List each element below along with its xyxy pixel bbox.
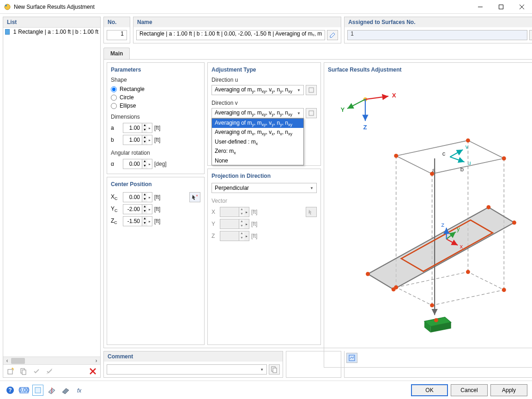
svg-rect-3 bbox=[499, 5, 503, 9]
name-input[interactable]: Rectangle | a : 1.00 ft | b : 1.00 ft | … bbox=[136, 30, 325, 40]
svg-text:Y: Y bbox=[341, 106, 345, 113]
svg-rect-8 bbox=[22, 370, 26, 375]
shape-circle-radio[interactable]: Circle bbox=[111, 93, 200, 102]
adjustment-type-panel: Adjustment Type Direction u Averaging of… bbox=[207, 62, 321, 166]
scroll-left-icon[interactable]: ‹ bbox=[3, 357, 11, 364]
assigned-input[interactable]: 1 bbox=[347, 30, 527, 40]
dropdown-option[interactable]: Zero: mx bbox=[212, 147, 303, 156]
pick-surface-icon[interactable] bbox=[529, 30, 532, 40]
comment-input[interactable]: ▼ bbox=[107, 364, 267, 375]
cancel-button[interactable]: Cancel bbox=[451, 384, 488, 396]
formula-icon[interactable]: fx bbox=[74, 385, 85, 396]
svg-line-20 bbox=[347, 99, 365, 109]
ok-button[interactable]: OK bbox=[411, 384, 448, 396]
app-icon bbox=[4, 3, 11, 11]
direction-v-settings-icon[interactable] bbox=[306, 108, 317, 118]
chevron-down-icon: ▼ bbox=[297, 88, 301, 92]
list-item-number: 1 bbox=[12, 29, 17, 35]
shape-label: Shape bbox=[111, 77, 200, 83]
exclude-icon bbox=[44, 366, 55, 377]
horizontal-scrollbar[interactable]: ‹ › bbox=[3, 357, 100, 364]
comment-label: Comment bbox=[104, 351, 283, 362]
surface-color-swatch-icon bbox=[5, 29, 10, 35]
b-input[interactable]: 1.00▲▼▸ bbox=[123, 135, 152, 145]
projection-value: Perpendicular bbox=[215, 185, 249, 191]
include-icon bbox=[31, 366, 42, 377]
svg-marker-73 bbox=[62, 388, 69, 394]
parameters-header: Parameters bbox=[111, 66, 200, 73]
zc-input[interactable]: -1.50▲▼▸ bbox=[123, 216, 152, 226]
zc-label: ZC bbox=[111, 218, 121, 225]
scroll-right-icon[interactable]: › bbox=[92, 357, 100, 364]
list-toolbar bbox=[3, 364, 100, 377]
vec-x-unit: [ft] bbox=[251, 209, 257, 215]
no-label: No. bbox=[104, 17, 130, 27]
view-region-icon[interactable] bbox=[32, 385, 43, 396]
vec-z-input: ▲▼▸ bbox=[220, 231, 249, 241]
direction-u-settings-icon[interactable] bbox=[306, 85, 317, 95]
center-position-panel: Center Position XC 0.00▲▼▸ [ft] YC -2.00… bbox=[107, 177, 205, 345]
yc-input[interactable]: -2.00▲▼▸ bbox=[123, 204, 152, 214]
radio-input[interactable] bbox=[111, 86, 117, 92]
help-icon[interactable]: ? bbox=[5, 385, 16, 396]
tab-main[interactable]: Main bbox=[103, 48, 130, 59]
a-unit: [ft] bbox=[154, 125, 160, 131]
svg-text:z: z bbox=[441, 221, 445, 228]
projection-combo[interactable]: Perpendicular ▼ bbox=[212, 183, 317, 193]
list-body[interactable]: 1 Rectangle | a : 1.00 ft | b : 1.00 ft bbox=[3, 28, 100, 357]
delete-icon[interactable] bbox=[87, 366, 98, 377]
copy-item-icon[interactable] bbox=[18, 366, 29, 377]
radio-input[interactable] bbox=[111, 103, 117, 109]
close-button[interactable] bbox=[511, 0, 532, 14]
direction-v-label: Direction v bbox=[212, 100, 317, 106]
direction-v-dropdown[interactable]: Averaging of my, mxy, vy, ny, nxy Averag… bbox=[212, 118, 304, 165]
a-input[interactable]: 1.00▲▼▸ bbox=[123, 123, 152, 133]
svg-rect-70 bbox=[35, 387, 41, 393]
edit-name-icon[interactable] bbox=[327, 30, 338, 40]
svg-point-1 bbox=[5, 5, 7, 6]
maximize-button[interactable] bbox=[490, 0, 511, 14]
comment-library-icon[interactable] bbox=[269, 364, 280, 375]
minimize-button[interactable] bbox=[470, 0, 490, 14]
svg-line-26 bbox=[450, 157, 464, 162]
alpha-label: α bbox=[111, 161, 121, 167]
svg-text:b: b bbox=[460, 166, 464, 173]
direction-u-combo[interactable]: Averaging of my, mxy, vy, ny, nxy ▼ bbox=[212, 85, 304, 95]
shape-rectangle-radio[interactable]: Rectangle bbox=[111, 85, 200, 93]
tab-bar: Main bbox=[103, 46, 532, 59]
view-surface-icon[interactable] bbox=[46, 385, 57, 396]
svg-point-61 bbox=[430, 303, 434, 308]
pick-center-icon[interactable] bbox=[189, 192, 200, 202]
units-icon[interactable]: 0.00 bbox=[18, 385, 30, 396]
dropdown-option[interactable]: User-defined : mx bbox=[212, 138, 303, 147]
a-label: a bbox=[111, 125, 121, 131]
direction-u-label: Direction u bbox=[212, 77, 317, 83]
xc-input[interactable]: 0.00▲▼▸ bbox=[123, 192, 152, 202]
svg-text:Z: Z bbox=[363, 124, 367, 131]
vec-z-unit: [ft] bbox=[251, 233, 257, 239]
svg-text:c: c bbox=[442, 150, 446, 157]
dropdown-option[interactable]: Averaging of my, mxy, vy, ny, nxy bbox=[212, 119, 303, 128]
name-label: Name bbox=[133, 17, 341, 27]
new-item-icon[interactable] bbox=[5, 366, 16, 377]
shape-ellipse-radio[interactable]: Ellipse bbox=[111, 102, 200, 110]
direction-v-combo[interactable]: Averaging of my, mxy, vy, ny, nxy ▼ Aver… bbox=[212, 108, 304, 118]
proj-header: Projection in Direction bbox=[212, 173, 317, 179]
scroll-thumb[interactable] bbox=[11, 358, 25, 364]
vec-z-label: Z bbox=[212, 233, 218, 239]
no-group: No. 1 bbox=[103, 17, 130, 43]
view-shaded-icon[interactable] bbox=[60, 385, 71, 396]
list-item[interactable]: 1 Rectangle | a : 1.00 ft | b : 1.00 ft bbox=[3, 28, 100, 36]
dropdown-option[interactable]: Averaging of mx, mxy, vx, nx, nxy bbox=[212, 128, 303, 137]
svg-rect-64 bbox=[273, 368, 277, 373]
direction-v-value: Averaging of my, mxy, vy, ny, nxy bbox=[215, 109, 292, 117]
dropdown-option[interactable]: None bbox=[212, 157, 303, 165]
radio-input[interactable] bbox=[111, 95, 117, 101]
center-header: Center Position bbox=[111, 181, 200, 187]
alpha-input[interactable]: 0.00▲▼▸ bbox=[123, 159, 152, 169]
no-input[interactable]: 1 bbox=[107, 30, 127, 40]
title-bar: New Surface Results Adjustment bbox=[0, 0, 532, 14]
svg-text:x: x bbox=[460, 243, 463, 250]
apply-button[interactable]: Apply bbox=[490, 384, 527, 396]
preview-canvas[interactable]: X Y Z u bbox=[324, 73, 532, 367]
